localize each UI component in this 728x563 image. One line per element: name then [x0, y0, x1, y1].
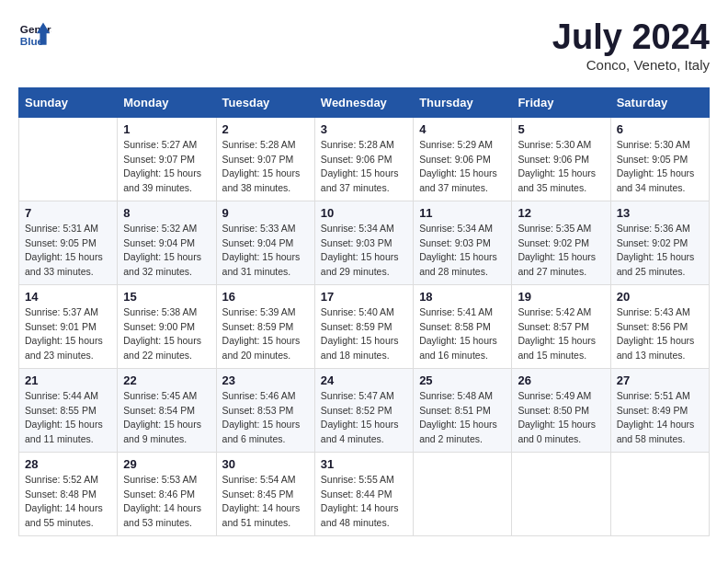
day-info: Sunrise: 5:48 AMSunset: 8:51 PMDaylight:…: [419, 389, 506, 447]
calendar-cell: 21Sunrise: 5:44 AMSunset: 8:55 PMDayligh…: [19, 368, 118, 452]
day-info: Sunrise: 5:28 AMSunset: 9:06 PMDaylight:…: [321, 138, 407, 196]
day-info: Sunrise: 5:30 AMSunset: 9:06 PMDaylight:…: [518, 138, 604, 196]
day-number: 9: [222, 206, 309, 220]
day-info: Sunrise: 5:31 AMSunset: 9:05 PMDaylight:…: [25, 222, 111, 280]
week-row-2: 14Sunrise: 5:37 AMSunset: 9:01 PMDayligh…: [19, 284, 710, 368]
day-number: 14: [25, 290, 111, 304]
calendar-cell: 3Sunrise: 5:28 AMSunset: 9:06 PMDaylight…: [314, 117, 413, 201]
day-info: Sunrise: 5:54 AMSunset: 8:45 PMDaylight:…: [222, 473, 309, 531]
calendar-cell: 4Sunrise: 5:29 AMSunset: 9:06 PMDaylight…: [414, 117, 512, 201]
calendar-cell: 9Sunrise: 5:33 AMSunset: 9:04 PMDaylight…: [216, 201, 314, 284]
calendar-cell: 31Sunrise: 5:55 AMSunset: 8:44 PMDayligh…: [314, 452, 413, 535]
calendar-cell: [414, 452, 512, 535]
calendar-cell: 28Sunrise: 5:52 AMSunset: 8:48 PMDayligh…: [19, 452, 118, 535]
day-number: 7: [25, 206, 111, 220]
calendar-cell: 29Sunrise: 5:53 AMSunset: 8:46 PMDayligh…: [118, 452, 216, 535]
calendar-cell: 8Sunrise: 5:32 AMSunset: 9:04 PMDaylight…: [118, 201, 216, 284]
calendar-cell: [610, 452, 709, 535]
header-wednesday: Wednesday: [314, 87, 413, 117]
calendar-cell: 6Sunrise: 5:30 AMSunset: 9:05 PMDaylight…: [610, 117, 709, 201]
week-row-4: 28Sunrise: 5:52 AMSunset: 8:48 PMDayligh…: [19, 452, 710, 535]
day-info: Sunrise: 5:32 AMSunset: 9:04 PMDaylight:…: [123, 222, 210, 280]
day-number: 18: [419, 290, 506, 304]
day-number: 25: [419, 373, 506, 387]
calendar-cell: 16Sunrise: 5:39 AMSunset: 8:59 PMDayligh…: [216, 284, 314, 368]
day-info: Sunrise: 5:33 AMSunset: 9:04 PMDaylight:…: [222, 222, 309, 280]
day-info: Sunrise: 5:47 AMSunset: 8:52 PMDaylight:…: [321, 389, 407, 447]
day-number: 13: [617, 206, 703, 220]
day-info: Sunrise: 5:34 AMSunset: 9:03 PMDaylight:…: [419, 222, 506, 280]
calendar-cell: 23Sunrise: 5:46 AMSunset: 8:53 PMDayligh…: [216, 368, 314, 452]
day-info: Sunrise: 5:45 AMSunset: 8:54 PMDaylight:…: [123, 389, 210, 447]
day-info: Sunrise: 5:40 AMSunset: 8:59 PMDaylight:…: [321, 305, 407, 363]
calendar-cell: 20Sunrise: 5:43 AMSunset: 8:56 PMDayligh…: [610, 284, 709, 368]
day-info: Sunrise: 5:38 AMSunset: 9:00 PMDaylight:…: [123, 305, 210, 363]
day-info: Sunrise: 5:44 AMSunset: 8:55 PMDaylight:…: [25, 389, 111, 447]
calendar-cell: [512, 452, 610, 535]
day-info: Sunrise: 5:52 AMSunset: 8:48 PMDaylight:…: [25, 473, 111, 531]
day-info: Sunrise: 5:39 AMSunset: 8:59 PMDaylight:…: [222, 305, 309, 363]
header-thursday: Thursday: [414, 87, 512, 117]
day-number: 12: [518, 206, 604, 220]
page-title: July 2024: [552, 18, 710, 57]
calendar-cell: 27Sunrise: 5:51 AMSunset: 8:49 PMDayligh…: [610, 368, 709, 452]
day-info: Sunrise: 5:30 AMSunset: 9:05 PMDaylight:…: [617, 138, 703, 196]
day-number: 4: [419, 122, 506, 136]
day-number: 8: [123, 206, 210, 220]
calendar-cell: 12Sunrise: 5:35 AMSunset: 9:02 PMDayligh…: [512, 201, 610, 284]
day-number: 5: [518, 122, 604, 136]
calendar-cell: 5Sunrise: 5:30 AMSunset: 9:06 PMDaylight…: [512, 117, 610, 201]
calendar-table: SundayMondayTuesdayWednesdayThursdayFrid…: [18, 87, 710, 536]
page-subtitle: Conco, Veneto, Italy: [552, 57, 710, 73]
day-number: 29: [123, 457, 210, 471]
logo-icon: General Blue: [18, 18, 51, 52]
calendar-cell: 15Sunrise: 5:38 AMSunset: 9:00 PMDayligh…: [118, 284, 216, 368]
day-info: Sunrise: 5:51 AMSunset: 8:49 PMDaylight:…: [617, 389, 703, 447]
day-number: 11: [419, 206, 506, 220]
day-number: 17: [321, 290, 407, 304]
calendar-cell: 22Sunrise: 5:45 AMSunset: 8:54 PMDayligh…: [118, 368, 216, 452]
day-number: 24: [321, 373, 407, 387]
day-info: Sunrise: 5:28 AMSunset: 9:07 PMDaylight:…: [222, 138, 309, 196]
day-number: 21: [25, 373, 111, 387]
day-number: 2: [222, 122, 309, 136]
day-number: 6: [617, 122, 703, 136]
calendar-cell: 2Sunrise: 5:28 AMSunset: 9:07 PMDaylight…: [216, 117, 314, 201]
logo: General Blue: [18, 18, 51, 52]
day-number: 28: [25, 457, 111, 471]
week-row-1: 7Sunrise: 5:31 AMSunset: 9:05 PMDaylight…: [19, 201, 710, 284]
day-info: Sunrise: 5:55 AMSunset: 8:44 PMDaylight:…: [321, 473, 407, 531]
day-number: 26: [518, 373, 604, 387]
day-info: Sunrise: 5:36 AMSunset: 9:02 PMDaylight:…: [617, 222, 703, 280]
week-row-3: 21Sunrise: 5:44 AMSunset: 8:55 PMDayligh…: [19, 368, 710, 452]
day-number: 3: [321, 122, 407, 136]
day-info: Sunrise: 5:29 AMSunset: 9:06 PMDaylight:…: [419, 138, 506, 196]
header-tuesday: Tuesday: [216, 87, 314, 117]
page-header: General Blue July 2024 Conco, Veneto, It…: [18, 18, 710, 73]
header-monday: Monday: [118, 87, 216, 117]
day-info: Sunrise: 5:46 AMSunset: 8:53 PMDaylight:…: [222, 389, 309, 447]
calendar-cell: 26Sunrise: 5:49 AMSunset: 8:50 PMDayligh…: [512, 368, 610, 452]
header-saturday: Saturday: [610, 87, 709, 117]
day-number: 20: [617, 290, 703, 304]
day-info: Sunrise: 5:43 AMSunset: 8:56 PMDaylight:…: [617, 305, 703, 363]
calendar-cell: 1Sunrise: 5:27 AMSunset: 9:07 PMDaylight…: [118, 117, 216, 201]
calendar-cell: 11Sunrise: 5:34 AMSunset: 9:03 PMDayligh…: [414, 201, 512, 284]
day-number: 19: [518, 290, 604, 304]
calendar-cell: 17Sunrise: 5:40 AMSunset: 8:59 PMDayligh…: [314, 284, 413, 368]
calendar-cell: 7Sunrise: 5:31 AMSunset: 9:05 PMDaylight…: [19, 201, 118, 284]
day-number: 23: [222, 373, 309, 387]
calendar-cell: 10Sunrise: 5:34 AMSunset: 9:03 PMDayligh…: [314, 201, 413, 284]
day-info: Sunrise: 5:27 AMSunset: 9:07 PMDaylight:…: [123, 138, 210, 196]
day-info: Sunrise: 5:49 AMSunset: 8:50 PMDaylight:…: [518, 389, 604, 447]
calendar-cell: 19Sunrise: 5:42 AMSunset: 8:57 PMDayligh…: [512, 284, 610, 368]
day-info: Sunrise: 5:34 AMSunset: 9:03 PMDaylight:…: [321, 222, 407, 280]
header-row: SundayMondayTuesdayWednesdayThursdayFrid…: [19, 87, 710, 117]
calendar-cell: [19, 117, 118, 201]
header-sunday: Sunday: [19, 87, 118, 117]
day-info: Sunrise: 5:37 AMSunset: 9:01 PMDaylight:…: [25, 305, 111, 363]
day-number: 1: [123, 122, 210, 136]
header-friday: Friday: [512, 87, 610, 117]
calendar-cell: 25Sunrise: 5:48 AMSunset: 8:51 PMDayligh…: [414, 368, 512, 452]
day-number: 10: [321, 206, 407, 220]
